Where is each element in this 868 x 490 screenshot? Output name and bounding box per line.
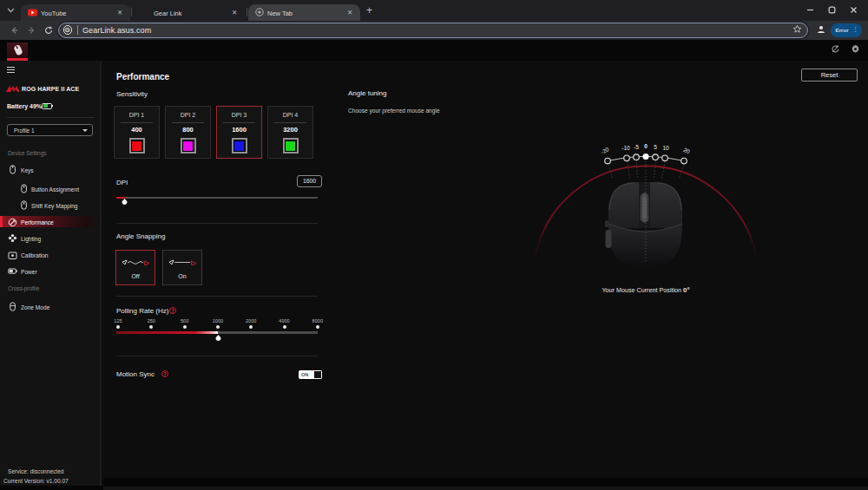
svg-text:-20: -20 — [600, 146, 610, 155]
svg-text:-10: -10 — [621, 145, 630, 151]
svg-text:20: 20 — [682, 147, 691, 155]
svg-text:0: 0 — [644, 143, 648, 149]
svg-text:10: 10 — [662, 145, 669, 151]
svg-text:5: 5 — [654, 144, 657, 150]
svg-text:-5: -5 — [634, 144, 639, 150]
